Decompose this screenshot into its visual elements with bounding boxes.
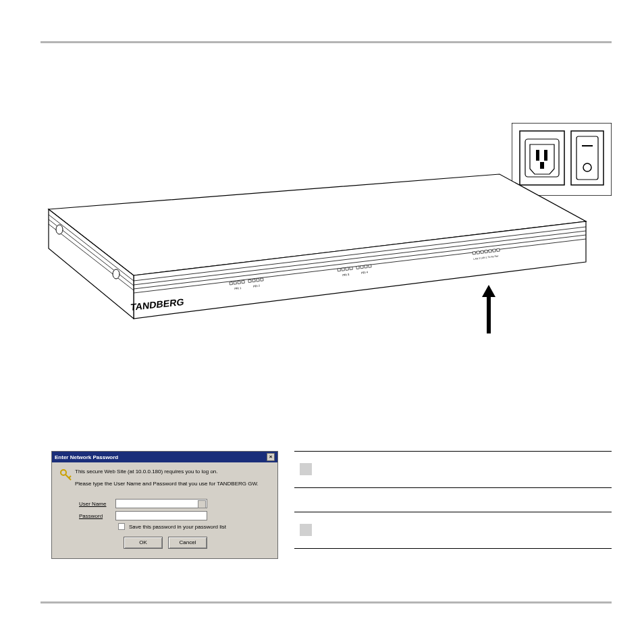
svg-rect-32 — [360, 265, 363, 268]
svg-rect-30 — [350, 267, 352, 269]
up-arrow-icon — [482, 285, 495, 333]
svg-rect-36 — [477, 251, 479, 254]
dialog-title-text: Enter Network Password — [55, 454, 118, 460]
svg-line-44 — [69, 476, 71, 478]
svg-rect-4 — [544, 150, 547, 161]
svg-rect-20 — [234, 281, 236, 284]
dialog-message-2: Please type the User Name and Password t… — [75, 480, 272, 488]
svg-rect-28 — [342, 268, 344, 271]
top-rule — [41, 41, 612, 43]
svg-rect-5 — [540, 162, 544, 169]
svg-point-17 — [56, 225, 63, 234]
password-label: Password — [79, 513, 115, 519]
device-illustration: TANDBERG PRI 1 PRI 2 PRI 3 PRI 4 — [41, 169, 594, 331]
svg-rect-34 — [369, 265, 371, 267]
save-password-label: Save this password in your password list — [129, 524, 226, 530]
svg-rect-38 — [485, 250, 487, 252]
svg-point-42 — [61, 470, 66, 475]
username-label: User Name — [79, 501, 115, 507]
svg-rect-22 — [242, 280, 244, 283]
field-line-2-top — [294, 512, 612, 512]
svg-rect-3 — [536, 150, 539, 161]
svg-rect-26 — [261, 278, 263, 281]
field-marker-2 — [300, 524, 312, 536]
username-input[interactable] — [115, 499, 207, 508]
cancel-button[interactable]: Cancel — [168, 537, 207, 549]
svg-rect-39 — [489, 250, 491, 252]
field-line-2-bottom — [294, 548, 612, 549]
svg-rect-23 — [248, 279, 251, 282]
svg-rect-27 — [338, 269, 340, 271]
bottom-rule — [41, 601, 612, 603]
field-line-1-bottom — [294, 487, 612, 488]
save-password-checkbox[interactable] — [118, 523, 125, 530]
close-icon[interactable]: × — [267, 453, 275, 461]
svg-rect-35 — [473, 252, 475, 254]
key-icon — [59, 468, 75, 484]
dialog-titlebar: Enter Network Password × — [52, 452, 277, 462]
svg-rect-31 — [356, 266, 359, 269]
svg-rect-37 — [481, 250, 483, 253]
login-dialog: Enter Network Password × This secure Web… — [51, 451, 278, 559]
dialog-message-1: This secure Web Site (at 10.0.0.180) req… — [75, 468, 272, 476]
field-marker-1 — [300, 463, 312, 475]
svg-rect-24 — [252, 279, 255, 281]
svg-point-18 — [113, 269, 119, 279]
svg-rect-21 — [238, 281, 240, 284]
svg-rect-40 — [493, 249, 495, 252]
svg-rect-19 — [230, 282, 232, 285]
password-input[interactable] — [115, 511, 207, 520]
svg-rect-41 — [497, 248, 500, 251]
ok-button[interactable]: OK — [124, 537, 163, 549]
svg-rect-33 — [365, 265, 367, 268]
field-line-1-top — [294, 451, 612, 452]
svg-rect-25 — [257, 279, 259, 281]
svg-rect-29 — [346, 267, 348, 270]
